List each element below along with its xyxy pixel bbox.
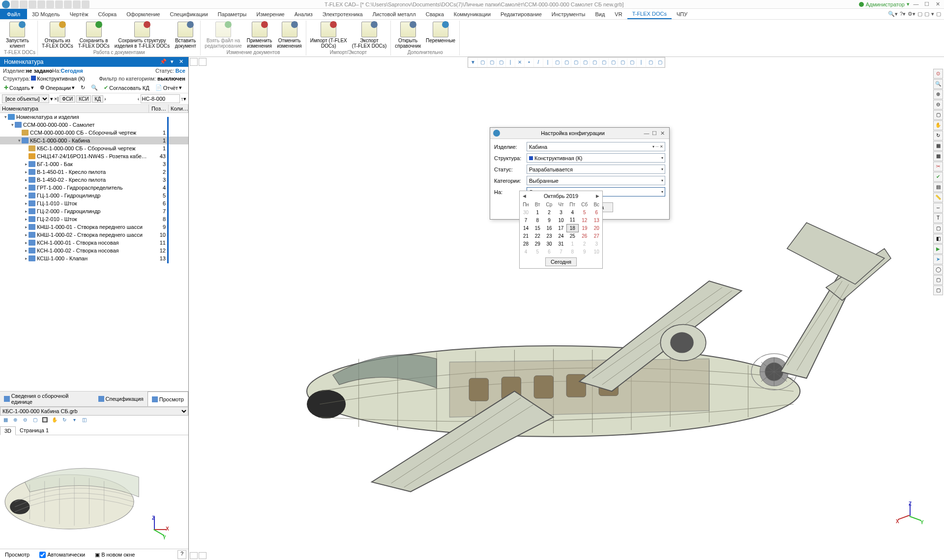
tree-row[interactable]: ▸ГЦ-2-010 - Шток8: [0, 215, 188, 223]
calendar-month[interactable]: Октябрь 2019: [544, 193, 578, 199]
rt-view2-icon[interactable]: ▦: [933, 151, 943, 161]
vt-misc2-icon[interactable]: ▢: [655, 58, 664, 67]
menu-tab-вид[interactable]: Вид: [590, 9, 610, 19]
rt-arrow-icon[interactable]: ➤: [933, 254, 943, 264]
menu-tab-чертёж[interactable]: Чертёж: [65, 9, 93, 19]
preview-zoom-out-icon[interactable]: ⊖: [21, 417, 30, 425]
fullscreen-icon[interactable]: ▢: [936, 11, 941, 17]
tree[interactable]: ▾Номенклатура и изделия▾ССМ-000-000-000 …: [0, 113, 188, 391]
rt-zoom-icon[interactable]: 🔍: [933, 79, 943, 89]
tree-row[interactable]: ▸КНШ-1-000-01 - Створка переднего шасси9: [0, 223, 188, 231]
calendar-prev-icon[interactable]: ◀: [523, 194, 526, 198]
rt-section-icon[interactable]: ✂: [933, 162, 943, 171]
calendar-day[interactable]: 11: [566, 216, 578, 224]
calendar-day[interactable]: 25: [566, 232, 578, 240]
calendar-day[interactable]: 24: [556, 232, 567, 240]
preview-tab-3d[interactable]: 3D: [0, 426, 16, 435]
calendar-day[interactable]: 26: [578, 232, 590, 240]
status-select[interactable]: Разрабатывается▾: [527, 165, 665, 174]
qat-open-icon[interactable]: [20, 0, 28, 8]
calendar-day[interactable]: 10: [590, 248, 602, 255]
menu-tab-сборка[interactable]: Сборка: [93, 9, 122, 19]
calendar-day[interactable]: 3: [556, 208, 567, 216]
calendar-day[interactable]: 16: [543, 224, 555, 232]
vt-sel2-icon[interactable]: ▢: [487, 58, 496, 67]
rt-cyl-icon[interactable]: ◯: [933, 265, 943, 275]
file-menu-button[interactable]: Файл: [0, 9, 27, 19]
search-panel-icon[interactable]: 🔍: [89, 84, 100, 92]
tree-expand-icon[interactable]: ▸: [24, 162, 29, 167]
vt-body3-icon[interactable]: ▢: [599, 58, 608, 67]
rt-zoom-fit-icon[interactable]: ▢: [933, 110, 943, 120]
calendar-day[interactable]: 6: [590, 208, 602, 216]
menu-tab-измерение[interactable]: Измерение: [252, 9, 290, 19]
operations-button[interactable]: ⚙Операции▾: [38, 84, 77, 92]
tree-row[interactable]: СНЦ147-24/16РО11-NW4S - Розетка кабельна…: [0, 152, 188, 160]
chip-ksi[interactable]: КСИ: [76, 95, 91, 103]
menu-tab-спецификации[interactable]: Спецификации: [165, 9, 212, 19]
preview-zoom-in-icon[interactable]: ⊕: [11, 417, 20, 425]
vt-body6-icon[interactable]: ▢: [627, 58, 636, 67]
tree-row[interactable]: ▸В-1-450-01 - Кресло пилота2: [0, 168, 188, 176]
tree-row[interactable]: ▸КСН-1-000-02 - Створка носовая12: [0, 247, 188, 254]
refresh-icon[interactable]: ↻: [79, 84, 87, 92]
chip-next-icon[interactable]: ›: [104, 96, 106, 102]
calendar-day[interactable]: 28: [520, 240, 532, 248]
col-position[interactable]: Поз…: [149, 105, 169, 112]
auto-checkbox[interactable]: Автоматически: [36, 551, 88, 559]
today-link[interactable]: Сегодня: [60, 68, 83, 74]
calendar-today-button[interactable]: Сегодня: [545, 257, 577, 266]
tree-expand-icon[interactable]: ▾: [3, 114, 8, 119]
menu-tab-коммуникации[interactable]: Коммуникации: [449, 9, 496, 19]
preview-mode-button[interactable]: Просмотр: [2, 551, 32, 559]
window-layout-icon[interactable]: ▢: [917, 11, 922, 17]
admin-label[interactable]: Администратор: [866, 1, 905, 7]
tree-expand-icon[interactable]: ▸: [24, 177, 29, 182]
window-layout2-icon[interactable]: ▢: [924, 11, 929, 17]
calendar-day[interactable]: 13: [590, 216, 602, 224]
qat-undo-icon[interactable]: [55, 0, 63, 8]
calendar-day[interactable]: 17: [556, 224, 567, 232]
tree-row[interactable]: ▸КСН-1-000-01 - Створка носовая11: [0, 239, 188, 247]
menu-tab-инструменты[interactable]: Инструменты: [547, 9, 590, 19]
calendar-day[interactable]: 18: [566, 224, 578, 232]
bottom-tab[interactable]: Сведения о сборочной единице: [0, 392, 94, 406]
tree-expand-icon[interactable]: ▸: [24, 248, 29, 253]
ribbon-btn-4-1[interactable]: Переменные: [424, 21, 457, 50]
tree-row[interactable]: ССМ-000-000-000 СБ - Сборочный чертеж1: [0, 129, 188, 137]
dialog-minimize-button[interactable]: —: [643, 130, 650, 136]
structure-select[interactable]: Конструктивная (К)▾: [527, 153, 665, 163]
calendar-day[interactable]: 9: [543, 216, 555, 224]
qat-misc-icon[interactable]: [73, 0, 81, 8]
tree-row[interactable]: ▸ГЦ-1-010 - Шток6: [0, 199, 188, 207]
close-button[interactable]: ✕: [933, 1, 942, 8]
calendar-day[interactable]: 22: [532, 232, 543, 240]
vt-sel3-icon[interactable]: ▢: [497, 58, 505, 67]
qat-logo[interactable]: [2, 0, 10, 8]
calendar-day[interactable]: 19: [578, 224, 590, 232]
calendar-day[interactable]: 29: [532, 240, 543, 248]
menu-tab-t-flex docs[interactable]: T-FLEX DOCs: [627, 9, 672, 19]
calendar-day[interactable]: 9: [578, 248, 590, 255]
calendar-day[interactable]: 1: [566, 240, 578, 248]
qat-new-icon[interactable]: [11, 0, 19, 8]
ribbon-btn-1-1[interactable]: Сохранить вT-FLEX DOCs: [76, 21, 112, 50]
menu-tab-параметры[interactable]: Параметры: [213, 9, 252, 19]
preview-misc2-icon[interactable]: ◫: [80, 417, 88, 425]
tree-row[interactable]: ▸БГ-1-000 - Бак3: [0, 160, 188, 168]
menu-tab-оформление[interactable]: Оформление: [121, 9, 165, 19]
ribbon-btn-4-0[interactable]: Открытьсправочник: [393, 21, 423, 50]
tree-expand-icon[interactable]: ▸: [24, 256, 29, 261]
calendar-day[interactable]: 7: [520, 216, 532, 224]
calendar-day[interactable]: 7: [556, 248, 567, 255]
tree-row[interactable]: ▾ССМ-000-000-000 - Самолет: [0, 121, 188, 129]
calendar-day[interactable]: 30: [543, 240, 555, 248]
menu-tab-редактирование[interactable]: Редактирование: [496, 9, 547, 19]
preview-3d-view[interactable]: X Y Z: [0, 435, 188, 549]
calendar-day[interactable]: 15: [532, 224, 543, 232]
calendar-day[interactable]: 8: [532, 216, 543, 224]
chip-kd[interactable]: КД: [92, 95, 103, 103]
calendar-day[interactable]: 10: [556, 216, 567, 224]
tree-expand-icon[interactable]: ▸: [24, 217, 29, 222]
menu-tab-анализ[interactable]: Анализ: [290, 9, 318, 19]
